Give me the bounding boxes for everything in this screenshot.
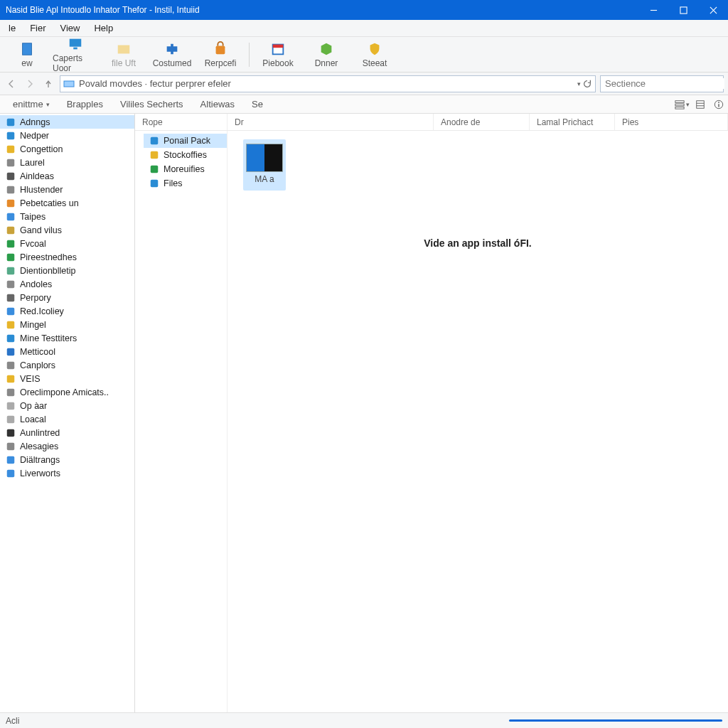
toolbar-btn-6[interactable]: Piebook [255, 40, 301, 70]
svg-rect-42 [7, 375, 15, 382]
tab-1[interactable]: Brapples [58, 95, 112, 113]
svg-rect-33 [7, 253, 15, 261]
item-thumbnail[interactable]: MA a [239, 139, 290, 191]
sidebar-item-label: Metticool [20, 347, 55, 357]
sidebar-item[interactable]: Nedper [0, 129, 134, 142]
toolbar-btn-7[interactable]: Dnner [304, 40, 349, 70]
svg-rect-35 [7, 280, 15, 288]
sidebar-item[interactable]: Gand vilus [0, 223, 134, 237]
sidebar-item[interactable]: Ainldeas [0, 169, 134, 183]
sidebar-item[interactable]: Oreclimpone Amicats.. [0, 385, 134, 399]
menu-fier[interactable]: Fier [23, 21, 53, 36]
sidebar-item[interactable]: Hlustender [0, 183, 134, 196]
menu-view[interactable]: View [53, 21, 87, 36]
chevron-down-icon: ▾ [46, 101, 50, 108]
category-item[interactable]: Stockoffies [144, 148, 227, 162]
svg-rect-41 [7, 361, 15, 369]
tab-2[interactable]: Vililes Secherts [112, 95, 192, 113]
svg-rect-48 [7, 456, 15, 464]
sidebar-item[interactable]: Perpory [0, 291, 134, 304]
toolbar-btn-0[interactable]: ew [4, 40, 50, 70]
sidebar-item[interactable]: Taipes [0, 210, 134, 223]
view-details-button[interactable]: ▾ [673, 95, 691, 113]
sidebar-item[interactable]: Canplors [0, 358, 134, 372]
titlebar: Nasid Blie Apl Intoudlo Inhator Thefor -… [0, 0, 728, 20]
close-button[interactable] [698, 0, 728, 20]
column-header[interactable]: Dr [228, 114, 434, 130]
sidebar-item[interactable]: VEIS [0, 372, 134, 385]
chevron-down-icon[interactable]: ▾ [577, 80, 581, 87]
sidebar-item[interactable]: Fvcoal [0, 237, 134, 250]
nav-up-button[interactable] [41, 77, 55, 91]
svg-rect-15 [675, 104, 683, 106]
toolbar-btn-1[interactable]: Caperts Uoor [53, 35, 98, 75]
minimize-button[interactable] [638, 0, 668, 20]
info-button[interactable] [710, 95, 728, 113]
sidebar-item[interactable]: Alesagies [0, 439, 134, 453]
sidebar-item-label: Red.Icoliey [20, 306, 64, 316]
toolbar-btn-3[interactable]: Costumed [149, 40, 195, 70]
search-box[interactable] [600, 75, 724, 92]
status-text: Acli [6, 716, 19, 726]
tab-3[interactable]: Altiewas [192, 95, 243, 113]
document-icon [19, 41, 35, 57]
svg-rect-40 [7, 348, 15, 355]
category-item[interactable]: Files [144, 176, 227, 191]
tree-icon [6, 252, 16, 262]
sidebar-item-label: Canplors [20, 360, 55, 370]
sidebar-item-label: Liverworts [20, 469, 60, 478]
column-header[interactable]: Lamal Prichact [530, 114, 615, 130]
category-icon [149, 178, 159, 188]
sidebar-item[interactable]: Adnngs [0, 115, 134, 129]
sidebar-item[interactable]: Mingel [0, 318, 134, 331]
column-header[interactable]: Rope [135, 114, 228, 130]
sidebar-item[interactable]: Diältrangs [0, 453, 134, 466]
monitor-icon [68, 36, 83, 52]
tree-icon [6, 293, 16, 303]
svg-rect-44 [7, 402, 15, 410]
sidebar-item[interactable]: Laurel [0, 156, 134, 169]
tree-icon [6, 347, 16, 357]
sidebar-item[interactable]: Loacal [0, 412, 134, 426]
status-accent [509, 719, 722, 722]
tree-icon [6, 212, 16, 222]
svg-rect-39 [7, 334, 15, 342]
sidebar-item[interactable]: Dientionblletip [0, 264, 134, 277]
refresh-icon[interactable] [582, 79, 592, 89]
sidebar-item[interactable]: Pebetcaties un [0, 196, 134, 210]
folder-icon [116, 41, 132, 57]
toolbar-btn-2[interactable]: file Uft [101, 40, 146, 70]
sidebar-item[interactable]: Pireestnedhes [0, 250, 134, 264]
column-header[interactable]: Anodre de [434, 114, 530, 130]
tab-0[interactable]: enittme▾ [4, 95, 58, 113]
category-item[interactable]: Moreuifies [144, 162, 227, 176]
nav-forward-button[interactable] [23, 77, 37, 91]
sidebar-item[interactable]: Red.Icoliey [0, 304, 134, 318]
address-box[interactable]: ▾ [60, 75, 596, 92]
category-item-label: Ponail Pack [164, 136, 210, 146]
search-input[interactable] [605, 78, 724, 89]
view-list-button[interactable] [691, 95, 710, 113]
tree-icon [6, 225, 16, 235]
maximize-button[interactable] [668, 0, 698, 20]
nav-back-button[interactable] [4, 77, 18, 91]
sidebar-item[interactable]: Andoles [0, 277, 134, 291]
toolbar-btn-8[interactable]: Steeat [352, 40, 397, 70]
menu-help[interactable]: Help [87, 21, 120, 36]
toolbar-btn-4[interactable]: Rerpcefi [198, 40, 243, 70]
sidebar-item[interactable]: Op àar [0, 399, 134, 412]
svg-rect-46 [7, 429, 15, 437]
workspace: AdnngsNedperCongettionLaurelAinldeasHlus… [0, 114, 728, 712]
tree-icon [6, 374, 16, 384]
sidebar-item[interactable]: Aunlintred [0, 426, 134, 439]
sidebar-item[interactable]: Liverworts [0, 466, 134, 480]
address-input[interactable] [79, 78, 573, 89]
sidebar-item[interactable]: Metticool [0, 345, 134, 358]
sidebar-item[interactable]: Mine Testtiters [0, 331, 134, 345]
menu-le[interactable]: le [1, 21, 23, 36]
tab-4[interactable]: Se [243, 95, 272, 113]
sidebar-item[interactable]: Congettion [0, 142, 134, 156]
svg-rect-47 [7, 442, 15, 450]
column-header[interactable]: Pies [615, 114, 728, 130]
category-item[interactable]: Ponail Pack [144, 134, 227, 148]
